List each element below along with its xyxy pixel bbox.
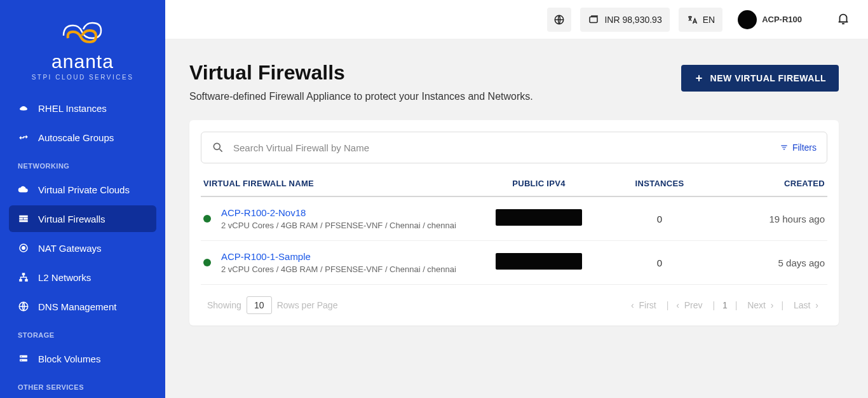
balance-chip[interactable]: INR 98,930.93: [580, 8, 669, 32]
status-dot: [203, 215, 211, 223]
created-ago: 19 hours ago: [717, 214, 825, 224]
page-subtitle: Software-defined Firewall Appliance to p…: [189, 91, 533, 102]
firewall-spec: 2 vCPU Cores / 4GB RAM / PFSENSE-VNF / C…: [221, 221, 456, 230]
svg-rect-16: [590, 17, 597, 22]
globe-icon: [18, 301, 29, 312]
target-icon: [18, 242, 29, 254]
content: Virtual Firewalls Software-defined Firew…: [165, 39, 868, 398]
sidebar-item-vpc[interactable]: Virtual Private Clouds: [9, 176, 156, 203]
page-title: Virtual Firewalls: [189, 61, 533, 85]
nav-section-storage: STORAGE: [0, 322, 165, 343]
svg-rect-3: [24, 218, 28, 220]
filters-button[interactable]: Filters: [780, 142, 817, 153]
sidebar-item-label: NAT Gateways: [38, 243, 101, 254]
nav-list: RHEL Instances Autoscale Groups: [0, 92, 165, 153]
network-icon: [18, 271, 29, 283]
page-next[interactable]: Next ›: [745, 300, 773, 310]
topbar: INR 98,930.93 EN ACP-R100: [165, 0, 868, 39]
plus-icon: [694, 73, 704, 83]
translate-icon: [686, 14, 698, 25]
filter-icon: [780, 143, 789, 152]
sidebar-item-block-volumes[interactable]: Block Volumes: [9, 345, 156, 372]
brand-name: ananta: [0, 51, 165, 72]
svg-point-13: [21, 356, 22, 357]
table-header: VIRTUAL FIREWALL NAME PUBLIC IPV4 INSTAN…: [201, 174, 827, 197]
col-header-instances[interactable]: INSTANCES: [602, 179, 717, 188]
svg-point-14: [21, 360, 22, 361]
sidebar-item-label: Virtual Firewalls: [38, 214, 105, 224]
arrows-icon: [18, 132, 29, 143]
rows-per-page-input[interactable]: [247, 296, 272, 314]
rows-suffix: Rows per Page: [277, 300, 338, 310]
brand-logo: ananta STPI CLOUD SERVICES: [0, 0, 165, 92]
sidebar-item-l2-networks[interactable]: L2 Networks: [9, 264, 156, 291]
sidebar-item-label: L2 Networks: [38, 272, 91, 283]
page-current: 1: [722, 300, 728, 310]
page-last[interactable]: Last ›: [791, 300, 818, 310]
wallet-icon: [588, 14, 599, 25]
sidebar: ananta STPI CLOUD SERVICES RHEL Instance…: [0, 0, 165, 398]
svg-rect-7: [22, 273, 25, 275]
svg-rect-2: [19, 218, 23, 220]
new-virtual-firewall-button[interactable]: NEW VIRTUAL FIREWALL: [681, 65, 839, 92]
cloud-icon: [18, 184, 29, 195]
table-row: ACP-R100-2-Nov18 2 vCPU Cores / 4GB RAM …: [201, 197, 827, 241]
hat-icon: [18, 102, 29, 114]
infinity-cloud-icon: [54, 17, 111, 48]
pagination: Showing Rows per Page ‹ First | ‹ Prev |…: [201, 285, 827, 314]
sidebar-item-nat-gateways[interactable]: NAT Gateways: [9, 235, 156, 261]
instances-count: 0: [602, 214, 717, 224]
firewall-name-link[interactable]: ACP-R100-2-Nov18: [221, 207, 456, 218]
search-row: Filters: [201, 132, 827, 163]
created-ago: 5 days ago: [717, 257, 825, 268]
sidebar-item-label: RHEL Instances: [38, 103, 107, 114]
bell-icon: [836, 11, 850, 25]
sidebar-item-label: Autoscale Groups: [38, 132, 114, 143]
firewall-name-link[interactable]: ACP-R100-1-Sample: [221, 251, 456, 262]
col-header-ip[interactable]: PUBLIC IPV4: [475, 179, 602, 188]
world-icon: [553, 14, 565, 25]
sidebar-item-label: DNS Management: [38, 301, 116, 312]
ip-masked: [496, 253, 582, 270]
sidebar-item-virtual-firewalls[interactable]: Virtual Firewalls: [9, 205, 156, 232]
sidebar-item-label: Block Volumes: [38, 353, 100, 364]
sidebar-item-autoscale-groups[interactable]: Autoscale Groups: [9, 124, 156, 151]
nav-section-networking: NETWORKING: [0, 153, 165, 174]
sidebar-item-dns-management[interactable]: DNS Management: [9, 293, 156, 320]
user-menu[interactable]: ACP-R100: [738, 10, 802, 29]
svg-rect-9: [25, 279, 28, 282]
globe-button[interactable]: [547, 8, 571, 32]
filters-label: Filters: [792, 142, 817, 153]
sidebar-item-label: Virtual Private Clouds: [38, 184, 130, 195]
showing-label: Showing: [207, 300, 241, 310]
user-name: ACP-R100: [762, 15, 802, 24]
brand-tagline: STPI CLOUD SERVICES: [0, 74, 165, 81]
primary-btn-label: NEW VIRTUAL FIREWALL: [710, 73, 826, 83]
notifications-button[interactable]: [836, 11, 850, 28]
status-dot: [203, 259, 211, 266]
language-button[interactable]: EN: [679, 8, 722, 32]
svg-rect-8: [19, 279, 22, 282]
page-prev[interactable]: ‹ Prev: [676, 300, 705, 310]
firewall-spec: 2 vCPU Cores / 4GB RAM / PFSENSE-VNF / C…: [221, 264, 456, 274]
table-row: ACP-R100-1-Sample 2 vCPU Cores / 4GB RAM…: [201, 241, 827, 285]
balance-value: INR 98,930.93: [604, 15, 661, 25]
page-first[interactable]: ‹ First: [631, 300, 659, 310]
col-header-created[interactable]: CREATED: [717, 179, 825, 188]
storage-icon: [18, 353, 29, 364]
svg-point-0: [22, 106, 25, 108]
sidebar-item-rhel-instances[interactable]: RHEL Instances: [9, 95, 156, 121]
firewall-icon: [18, 213, 29, 224]
language-value: EN: [703, 15, 715, 25]
col-header-name[interactable]: VIRTUAL FIREWALL NAME: [203, 179, 475, 188]
avatar: [738, 10, 757, 29]
svg-point-6: [22, 247, 25, 250]
nav-section-other-services: OTHER SERVICES: [0, 374, 165, 395]
svg-rect-1: [19, 216, 28, 217]
firewalls-card: Filters VIRTUAL FIREWALL NAME PUBLIC IPV…: [189, 120, 839, 326]
search-icon: [212, 141, 224, 154]
search-input[interactable]: [233, 142, 771, 153]
instances-count: 0: [602, 257, 717, 268]
svg-rect-4: [19, 220, 28, 222]
ip-masked: [496, 209, 582, 226]
